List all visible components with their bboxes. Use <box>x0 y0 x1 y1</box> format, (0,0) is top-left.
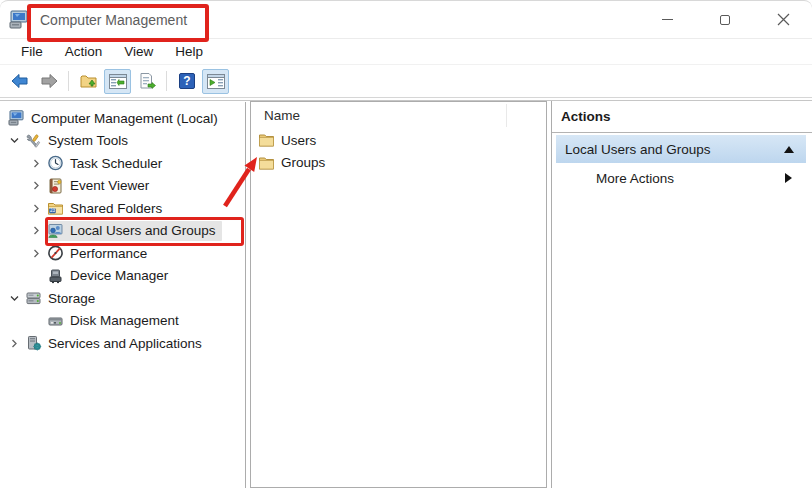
column-divider[interactable] <box>506 104 507 127</box>
chevron-down-icon[interactable] <box>6 290 23 306</box>
tree-item-device-manager[interactable]: Device Manager <box>0 265 245 288</box>
submenu-triangle-right-icon <box>785 173 792 183</box>
actions-header: Actions <box>552 101 812 133</box>
up-one-level-button[interactable] <box>75 69 102 94</box>
tree-item-storage[interactable]: Storage <box>0 287 245 310</box>
chevron-right-icon[interactable] <box>28 245 45 261</box>
menu-help[interactable]: Help <box>164 41 214 62</box>
tree-item-label: Shared Folders <box>70 201 162 216</box>
console-panes: Computer Management (Local) System Tools <box>0 100 812 488</box>
back-arrow-icon <box>10 72 30 90</box>
chevron-spacer <box>28 313 45 329</box>
actions-pane: Actions Local Users and Groups More Acti… <box>551 101 812 488</box>
clock-icon <box>47 155 64 171</box>
menu-bar: File Action View Help <box>0 39 812 65</box>
tree-item-label: Performance <box>70 246 147 261</box>
tree-item-task-scheduler[interactable]: Task Scheduler <box>0 152 245 175</box>
toolbar: ? <box>0 65 812 98</box>
device-manager-icon <box>47 268 64 284</box>
forward-button[interactable] <box>35 69 62 94</box>
tree-item-computer-management-local[interactable]: Computer Management (Local) <box>0 107 245 130</box>
chevron-right-icon[interactable] <box>28 223 45 239</box>
toolbar-separator <box>68 71 69 91</box>
tree-item-shared-folders[interactable]: 23 Shared Folders <box>0 197 245 220</box>
tree-item-label: Local Users and Groups <box>70 223 216 238</box>
minimize-icon <box>662 19 673 20</box>
computer-icon <box>8 110 25 126</box>
tools-icon <box>25 133 42 149</box>
back-button[interactable] <box>6 69 33 94</box>
tree-item-label: Services and Applications <box>48 336 202 351</box>
list-item-label: Groups <box>281 155 325 170</box>
more-actions-item[interactable]: More Actions <box>556 163 806 193</box>
close-icon <box>777 13 790 26</box>
collapse-triangle-up-icon[interactable] <box>784 146 794 153</box>
storage-icon <box>25 290 42 306</box>
show-console-tree-icon <box>108 73 128 90</box>
svg-text:?: ? <box>183 74 190 88</box>
window-title: Computer Management <box>40 12 187 28</box>
tree-item-label: Event Viewer <box>70 178 149 193</box>
tree-item-system-tools[interactable]: System Tools <box>0 130 245 153</box>
actions-group-label: Local Users and Groups <box>565 142 711 157</box>
show-action-pane-icon <box>206 73 226 90</box>
tree-item-label: Disk Management <box>70 313 179 328</box>
tree-item-label: Device Manager <box>70 268 168 283</box>
column-header-label: Name <box>264 108 300 123</box>
chevron-right-icon[interactable] <box>28 155 45 171</box>
disk-icon <box>47 313 64 329</box>
forward-arrow-icon <box>39 72 59 90</box>
tree-item-performance[interactable]: Performance <box>0 242 245 265</box>
menu-view[interactable]: View <box>113 41 164 62</box>
actions-group-local-users-and-groups[interactable]: Local Users and Groups <box>556 135 806 163</box>
help-button[interactable]: ? <box>173 69 200 94</box>
menu-file[interactable]: File <box>10 41 54 62</box>
tree-item-label: Computer Management (Local) <box>31 111 218 126</box>
export-list-button[interactable] <box>133 69 160 94</box>
export-list-icon <box>137 72 157 90</box>
console-tree-pane: Computer Management (Local) System Tools <box>0 102 246 488</box>
tree-selection[interactable]: Local Users and Groups <box>45 221 222 241</box>
chevron-right-icon[interactable] <box>28 178 45 194</box>
close-button[interactable] <box>754 1 812 38</box>
performance-icon <box>47 245 64 261</box>
tree-item-label: Task Scheduler <box>70 156 162 171</box>
details-pane: Name Users Groups <box>250 101 547 488</box>
chevron-spacer <box>28 268 45 284</box>
tree-item-local-users-and-groups[interactable]: Local Users and Groups <box>0 220 245 243</box>
event-log-icon <box>47 178 64 194</box>
chevron-right-icon[interactable] <box>6 335 23 351</box>
more-actions-label: More Actions <box>596 171 674 186</box>
tree-item-label: Storage <box>48 291 95 306</box>
tree-item-event-viewer[interactable]: Event Viewer <box>0 175 245 198</box>
menu-action[interactable]: Action <box>54 41 114 62</box>
title-bar: Computer Management <box>0 1 812 39</box>
show-console-tree-button[interactable] <box>104 69 131 94</box>
window-controls <box>638 1 812 38</box>
show-action-pane-button[interactable] <box>202 69 229 94</box>
maximize-button[interactable] <box>696 1 754 38</box>
actions-title: Actions <box>561 109 611 124</box>
computer-management-window: Computer Management File Action View Hel… <box>0 0 812 488</box>
list-item-label: Users <box>281 133 316 148</box>
tree-item-disk-management[interactable]: Disk Management <box>0 310 245 333</box>
shared-folder-icon: 23 <box>47 200 64 216</box>
chevron-down-icon[interactable] <box>6 133 23 149</box>
column-header-name[interactable]: Name <box>251 102 546 129</box>
services-icon <box>25 335 42 351</box>
folder-icon <box>258 155 275 171</box>
chevron-right-icon[interactable] <box>28 200 45 216</box>
svg-text:23: 23 <box>50 208 56 213</box>
toolbar-separator <box>166 71 167 91</box>
minimize-button[interactable] <box>638 1 696 38</box>
computer-management-icon <box>8 10 30 30</box>
list-item-users[interactable]: Users <box>251 129 546 152</box>
help-icon: ? <box>178 72 196 90</box>
tree-item-services-and-applications[interactable]: Services and Applications <box>0 332 245 355</box>
list-item-groups[interactable]: Groups <box>251 152 546 175</box>
users-icon <box>47 223 64 239</box>
folder-icon <box>258 132 275 148</box>
tree-item-label: System Tools <box>48 133 128 148</box>
maximize-icon <box>720 15 730 25</box>
up-one-level-folder-icon <box>79 72 99 90</box>
